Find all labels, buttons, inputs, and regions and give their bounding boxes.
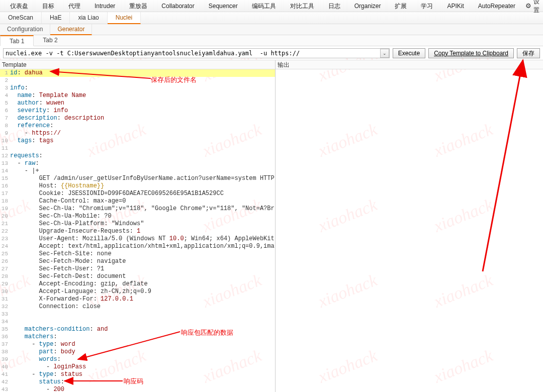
config-tab[interactable]: Generator bbox=[50, 24, 92, 35]
menu-item[interactable]: 仪表盘 bbox=[3, 0, 35, 12]
menu-item[interactable]: AutoRepeater bbox=[471, 0, 522, 12]
line-number: 39 bbox=[0, 356, 10, 363]
code-line[interactable]: 1id: dahua bbox=[0, 69, 275, 77]
code-line[interactable]: 26 Sec-Fetch-Mode: navigate bbox=[0, 258, 275, 265]
output-pane-title: 输出 bbox=[276, 60, 543, 69]
code-line[interactable]: 24 Accept: text/html,application/xhtml+x… bbox=[0, 243, 275, 250]
line-number: 29 bbox=[0, 280, 10, 288]
code-line[interactable]: 27 Sec-Fetch-User: ?1 bbox=[0, 265, 275, 273]
line-number: 1 bbox=[0, 69, 10, 77]
menu-item[interactable]: 编码工具 bbox=[245, 0, 283, 12]
line-number: 27 bbox=[0, 265, 10, 273]
code-line[interactable]: 25 Sec-Fetch-Site: none bbox=[0, 250, 275, 258]
command-input[interactable] bbox=[3, 48, 390, 58]
code-line[interactable]: 38 part: body bbox=[0, 348, 275, 356]
save-button[interactable]: 保存 bbox=[517, 48, 540, 58]
settings-button[interactable]: ⚙设置 bbox=[522, 0, 542, 15]
line-number: 28 bbox=[0, 273, 10, 280]
code-line[interactable]: 9 - https:// bbox=[0, 130, 275, 137]
code-line[interactable]: 36 matchers: bbox=[0, 333, 275, 341]
template-pane: Template 1id: dahua23info:4 name: Templa… bbox=[0, 60, 276, 392]
command-row: ⌄ Execute Copy Template to Clipboard 保存 bbox=[0, 46, 543, 60]
extension-tab[interactable]: xia Liao bbox=[70, 12, 107, 24]
code-line[interactable]: 31 X-Forwarded-For: 127.0.0.1 bbox=[0, 296, 275, 303]
line-number: 7 bbox=[0, 115, 10, 122]
code-line[interactable]: 7 description: description bbox=[0, 115, 275, 122]
code-line[interactable]: 3info: bbox=[0, 84, 275, 92]
line-number: 16 bbox=[0, 182, 10, 190]
extension-tab[interactable]: Nuclei bbox=[108, 12, 141, 24]
code-line[interactable]: 10 tags: tags bbox=[0, 137, 275, 145]
code-line[interactable]: 41 - type: status bbox=[0, 371, 275, 378]
menu-item[interactable]: Collaborator bbox=[154, 0, 201, 12]
line-number: 19 bbox=[0, 205, 10, 213]
code-line[interactable]: 22 Upgrade-Insecure-Requests: 1 bbox=[0, 228, 275, 235]
line-number: 40 bbox=[0, 363, 10, 371]
code-line[interactable]: 29 Accept-Encoding: gzip, deflate bbox=[0, 280, 275, 288]
code-line[interactable]: 23 User-Agent: Mozilla/5.0 (Windows NT 1… bbox=[0, 235, 275, 243]
code-line[interactable]: 12requests: bbox=[0, 152, 275, 160]
code-line[interactable]: 39 words: bbox=[0, 356, 275, 363]
code-line[interactable]: 43 - 200 bbox=[0, 386, 275, 392]
extension-tab[interactable]: OneScan bbox=[0, 12, 42, 24]
line-number: 18 bbox=[0, 198, 10, 205]
menu-item[interactable]: 日志 bbox=[321, 0, 347, 12]
code-line[interactable]: 34 bbox=[0, 318, 275, 326]
menu-item[interactable]: Organizer bbox=[347, 0, 388, 12]
execute-button[interactable]: Execute bbox=[393, 48, 425, 58]
line-number: 5 bbox=[0, 100, 10, 107]
code-line[interactable]: 15 GET /admin/user_getUserInfoByUserName… bbox=[0, 175, 275, 182]
line-number: 13 bbox=[0, 160, 10, 167]
code-line[interactable]: 17 Cookie: JSESSIONID=D99F6DAEA7EC069526… bbox=[0, 190, 275, 198]
config-tab[interactable]: Configuration bbox=[0, 24, 50, 35]
menu-item[interactable]: Sequencer bbox=[202, 0, 245, 12]
code-line[interactable]: 19 Sec-Ch-Ua: "Chromium";v="118", "Googl… bbox=[0, 205, 275, 213]
line-number: 8 bbox=[0, 122, 10, 130]
code-line[interactable]: 5 author: wuwen bbox=[0, 100, 275, 107]
code-editor[interactable]: 1id: dahua23info:4 name: Template Name5 … bbox=[0, 69, 275, 392]
code-line[interactable]: 4 name: Template Name bbox=[0, 92, 275, 100]
code-line[interactable]: 2 bbox=[0, 77, 275, 84]
output-area[interactable] bbox=[276, 69, 543, 392]
menu-item[interactable]: 代理 bbox=[61, 0, 87, 12]
dropdown-icon[interactable]: ⌄ bbox=[380, 49, 389, 58]
menu-item[interactable]: 对比工具 bbox=[283, 0, 321, 12]
line-number: 11 bbox=[0, 145, 10, 152]
gear-icon: ⚙ bbox=[525, 2, 531, 10]
line-number: 20 bbox=[0, 213, 10, 220]
code-line[interactable]: 40 - loginPass bbox=[0, 363, 275, 371]
code-line[interactable]: 13 - raw: bbox=[0, 160, 275, 167]
code-line[interactable]: 14 - |+ bbox=[0, 167, 275, 175]
line-number: 24 bbox=[0, 243, 10, 250]
copy-template-button[interactable]: Copy Template to Clipboard bbox=[428, 48, 514, 58]
code-line[interactable]: 18 Cache-Control: max-age=0 bbox=[0, 198, 275, 205]
line-number: 42 bbox=[0, 378, 10, 386]
code-line[interactable]: 20 Sec-Ch-Ua-Mobile: ?0 bbox=[0, 213, 275, 220]
session-tab[interactable]: Tab 1 bbox=[0, 35, 34, 46]
code-line[interactable]: 21 Sec-Ch-Ua-Platform: "Windows" bbox=[0, 220, 275, 228]
line-number: 2 bbox=[0, 77, 10, 84]
code-line[interactable]: 30 Accept-Language: zh-CN,zh;q=0.9 bbox=[0, 288, 275, 296]
code-line[interactable]: 32 Connection: close bbox=[0, 303, 275, 311]
code-line[interactable]: 6 severity: info bbox=[0, 107, 275, 115]
menu-item[interactable]: 学习 bbox=[414, 0, 440, 12]
line-number: 22 bbox=[0, 228, 10, 235]
code-line[interactable]: 35 matchers-condition: and bbox=[0, 326, 275, 333]
extension-tab[interactable]: HaE bbox=[42, 12, 70, 24]
code-line[interactable]: 33 bbox=[0, 311, 275, 318]
menu-item[interactable]: 重放器 bbox=[122, 0, 154, 12]
code-line[interactable]: 42 status: bbox=[0, 378, 275, 386]
line-number: 36 bbox=[0, 333, 10, 341]
code-line[interactable]: 11 bbox=[0, 145, 275, 152]
code-line[interactable]: 16 Host: {{Hostname}} bbox=[0, 182, 275, 190]
session-tab[interactable]: Tab 2 bbox=[34, 35, 66, 46]
menu-item[interactable]: Intruder bbox=[87, 0, 122, 12]
code-line[interactable]: 28 Sec-Fetch-Dest: document bbox=[0, 273, 275, 280]
template-pane-title: Template bbox=[0, 60, 275, 69]
line-number: 25 bbox=[0, 250, 10, 258]
menu-item[interactable]: APIKit bbox=[440, 0, 471, 12]
code-line[interactable]: 37 - type: word bbox=[0, 341, 275, 348]
menu-item[interactable]: 目标 bbox=[35, 0, 61, 12]
code-line[interactable]: 8 reference: bbox=[0, 122, 275, 130]
menu-item[interactable]: 扩展 bbox=[388, 0, 414, 12]
